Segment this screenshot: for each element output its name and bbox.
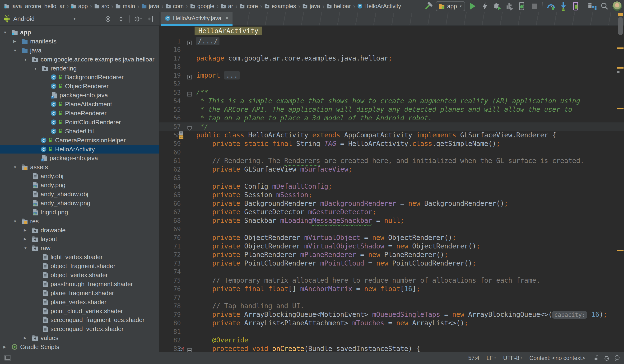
code-line[interactable]: 63 bbox=[159, 174, 624, 182]
tree-item-pointcloudrenderer[interactable]: CPointCloudRenderer bbox=[0, 118, 159, 127]
code-line[interactable]: 83 protected void onCreate(Bundle savedI… bbox=[159, 344, 624, 352]
tree-item-res[interactable]: ▼res bbox=[0, 217, 159, 226]
tree-item-planeattachment[interactable]: CPlaneAttachment bbox=[0, 100, 159, 109]
unlock-icon[interactable] bbox=[594, 355, 599, 361]
code-line[interactable]: 55 * the ARCore API. The application wil… bbox=[159, 105, 624, 114]
line-number[interactable]: 76 bbox=[159, 285, 181, 293]
code-line[interactable]: 70 private ObjectRenderer mVirtualObject… bbox=[159, 234, 624, 242]
tree-item-screenquad-fragment-oes-shader[interactable]: screenquad_fragment_oes.shader bbox=[0, 316, 159, 325]
line-number[interactable]: 56 bbox=[159, 114, 181, 122]
code-line[interactable]: 75 // Temporary matrix allocated here to… bbox=[159, 276, 624, 285]
code-line[interactable]: 18 bbox=[159, 63, 624, 71]
chevron-down-icon[interactable]: ▼ bbox=[13, 165, 17, 169]
tree-item-package-info-java[interactable]: Jpackage-info.java bbox=[0, 154, 159, 162]
chevron-down-icon[interactable]: ▼ bbox=[34, 66, 37, 70]
tree-item-objectrenderer[interactable]: CObjectRenderer bbox=[0, 82, 159, 91]
code-line[interactable]: 52 bbox=[159, 80, 624, 88]
line-number[interactable]: 19 bbox=[159, 71, 181, 80]
code-line[interactable]: 72 private PlaneRenderer mPlaneRenderer … bbox=[159, 251, 624, 259]
code-line[interactable]: 66 private BackgroundRenderer mBackgroun… bbox=[159, 199, 624, 208]
tree-item-raw[interactable]: ▼raw bbox=[0, 243, 159, 253]
tree-item-andy-png[interactable]: andy.png bbox=[0, 181, 159, 190]
related-xml-icon[interactable]: <> bbox=[179, 135, 184, 139]
code-line[interactable]: 68 private Snackbar mLoadingMessageSnack… bbox=[159, 216, 624, 225]
line-number[interactable]: 59 bbox=[159, 139, 181, 148]
tree-item-light-vertex-shader[interactable]: light_vertex.shader bbox=[0, 253, 159, 261]
scrollbar-thumb[interactable] bbox=[618, 17, 623, 35]
stop-icon[interactable] bbox=[530, 1, 539, 11]
fold-marker-icon[interactable] bbox=[187, 90, 192, 95]
line-number[interactable]: 75 bbox=[159, 276, 181, 285]
code-line[interactable]: 54 * This is a simple example that shows… bbox=[159, 97, 624, 105]
warning-stripe-mark[interactable] bbox=[617, 108, 624, 109]
build-hammer-icon[interactable] bbox=[423, 1, 433, 11]
line-number[interactable]: 54 bbox=[159, 97, 181, 105]
context-widget[interactable]: Context: <no context> bbox=[529, 355, 585, 361]
project-view-selector[interactable]: Android bbox=[13, 15, 35, 23]
line-number[interactable]: 82 bbox=[159, 336, 181, 344]
line-number[interactable]: 53 bbox=[159, 88, 181, 97]
run-configuration-select[interactable]: app▼ bbox=[436, 1, 465, 11]
file-status-indicator[interactable] bbox=[618, 13, 623, 16]
breadcrumb-item[interactable]: examples bbox=[264, 3, 297, 9]
line-number[interactable]: 65 bbox=[159, 191, 181, 199]
breadcrumb-item[interactable]: core bbox=[239, 3, 259, 9]
event-log-bubble-icon[interactable] bbox=[614, 355, 620, 361]
line-number[interactable]: 52 bbox=[159, 80, 181, 88]
close-icon[interactable]: × bbox=[225, 14, 229, 22]
code-area[interactable]: 1/.../1617package com.google.ar.core.exa… bbox=[159, 36, 624, 352]
tree-item-andy-shadow-png[interactable]: andy_shadow.png bbox=[0, 199, 159, 208]
code-line[interactable]: 69 bbox=[159, 225, 624, 234]
code-line[interactable]: 62 private GLSurfaceView mSurfaceView; bbox=[159, 165, 624, 174]
fold-marker-icon[interactable] bbox=[187, 346, 192, 351]
line-number[interactable]: 69 bbox=[159, 225, 181, 234]
line-number[interactable]: 62 bbox=[159, 165, 181, 174]
code-line[interactable]: 71 private ObjectRenderer mVirtualObject… bbox=[159, 242, 624, 251]
line-number[interactable]: 70 bbox=[159, 234, 181, 242]
line-number[interactable]: 57 bbox=[159, 122, 181, 131]
chevron-down-icon[interactable]: ▼ bbox=[73, 17, 76, 21]
chevron-down-icon[interactable]: ▼ bbox=[13, 48, 17, 52]
code-line[interactable]: 82 @Override bbox=[159, 336, 624, 344]
code-line[interactable]: 67 private GestureDetector mGestureDetec… bbox=[159, 208, 624, 216]
overriding-method-icon[interactable] bbox=[179, 346, 184, 352]
tree-item-object-vertex-shader[interactable]: object_vertex.shader bbox=[0, 270, 159, 280]
editor-scrollbar[interactable] bbox=[617, 12, 624, 352]
chevron-right-icon[interactable]: ▶ bbox=[13, 39, 16, 43]
tree-item-package-info-java[interactable]: Jpackage-info.java bbox=[0, 91, 159, 100]
apply-changes-icon[interactable] bbox=[480, 1, 490, 11]
tree-item-point-cloud-vertex-shader[interactable]: point_cloud_vertex.shader bbox=[0, 307, 159, 316]
tree-item-trigrid-png[interactable]: trigrid.png bbox=[0, 208, 159, 217]
code-line[interactable]: 74 bbox=[159, 268, 624, 276]
code-line[interactable]: 19import ... bbox=[159, 71, 624, 80]
hide-panel-icon[interactable] bbox=[146, 14, 156, 24]
caret-position[interactable]: 57:4 bbox=[468, 355, 479, 361]
chevron-down-icon[interactable]: ▼ bbox=[13, 219, 17, 223]
chevron-right-icon[interactable]: ▶ bbox=[24, 336, 26, 340]
line-number[interactable]: 68 bbox=[159, 216, 181, 225]
line-number[interactable]: 66 bbox=[159, 199, 181, 208]
code-line[interactable]: 60 bbox=[159, 148, 624, 156]
attach-debugger-icon[interactable] bbox=[517, 1, 527, 11]
code-line[interactable]: 65 private Session mSession; bbox=[159, 191, 624, 199]
fold-marker-icon[interactable] bbox=[187, 124, 192, 129]
fold-marker-icon[interactable] bbox=[187, 39, 192, 44]
code-line[interactable]: 57 */ bbox=[159, 122, 624, 131]
line-number[interactable]: 71 bbox=[159, 242, 181, 251]
line-number[interactable]: 67 bbox=[159, 208, 181, 216]
tree-item-shaderutil[interactable]: CShaderUtil bbox=[0, 127, 159, 136]
tree-item-backgroundrenderer[interactable]: CBackgroundRenderer bbox=[0, 73, 159, 82]
chevron-right-icon[interactable]: ▶ bbox=[24, 228, 26, 232]
line-number[interactable]: 81 bbox=[159, 327, 181, 336]
search-everywhere-icon[interactable] bbox=[600, 1, 609, 11]
tree-item-object-fragment-shader[interactable]: object_fragment.shader bbox=[0, 261, 159, 270]
code-line[interactable]: 61 // Rendering. The Renderers are creat… bbox=[159, 156, 624, 165]
tab-helloaractivity-java[interactable]: C HelloArActivity.java × bbox=[161, 12, 233, 24]
android-profiler-icon[interactable] bbox=[546, 1, 556, 11]
chevron-right-icon[interactable]: ▶ bbox=[24, 237, 26, 241]
collapse-all-icon[interactable] bbox=[116, 14, 126, 24]
line-number[interactable]: 72 bbox=[159, 251, 181, 259]
breadcrumb-item[interactable]: java_arcore_hello_ar bbox=[3, 3, 65, 9]
breadcrumb-item[interactable]: helloar bbox=[326, 3, 352, 9]
tree-item-planerenderer[interactable]: CPlaneRenderer bbox=[0, 109, 159, 118]
